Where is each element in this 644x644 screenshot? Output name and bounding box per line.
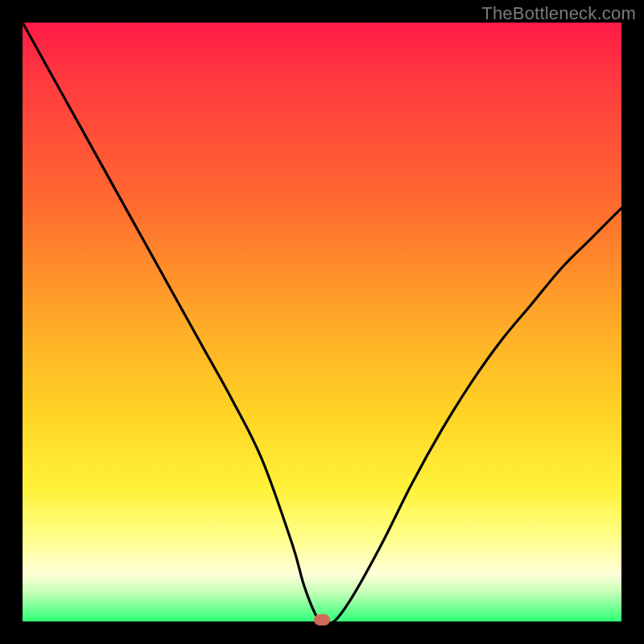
- bottleneck-curve: [23, 23, 621, 621]
- optimal-point-marker: [314, 614, 330, 625]
- plot-area: [23, 23, 621, 621]
- watermark-text: TheBottleneck.com: [481, 3, 636, 24]
- chart-frame: TheBottleneck.com: [0, 0, 644, 644]
